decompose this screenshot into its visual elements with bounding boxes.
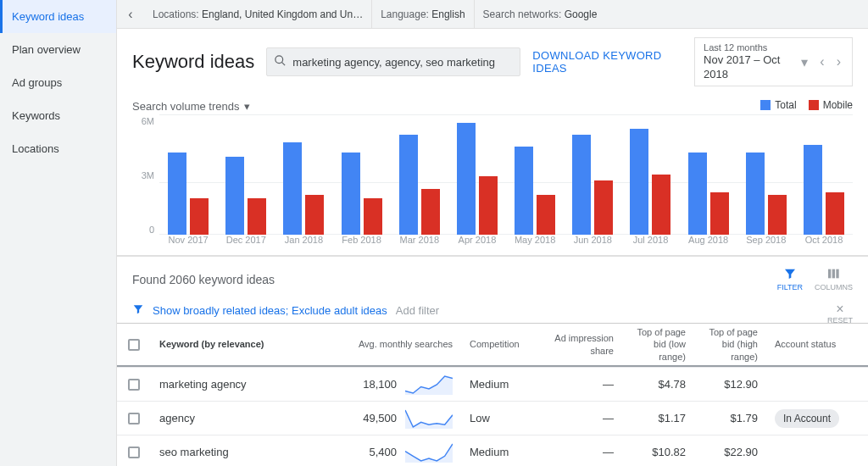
date-range-value: Nov 2017 – Oct 2018 bbox=[704, 53, 792, 82]
filter-label: FILTER bbox=[777, 283, 803, 291]
legend-total: Total bbox=[775, 99, 796, 111]
close-icon: × bbox=[827, 302, 853, 316]
language-value: English bbox=[431, 8, 465, 20]
download-keyword-ideas-button[interactable]: DOWNLOAD KEYWORD IDEAS bbox=[532, 49, 682, 75]
columns-button[interactable]: COLUMNS bbox=[815, 267, 853, 291]
svg-rect-4 bbox=[837, 269, 839, 279]
cell-bid-high: $12.90 bbox=[694, 378, 766, 391]
cell-keyword: seo marketing bbox=[151, 446, 334, 458]
networks-label: Search networks: bbox=[483, 8, 562, 20]
sidebar-item-keywords[interactable]: Keywords bbox=[0, 99, 116, 132]
back-chevron-icon[interactable]: ‹ bbox=[117, 7, 144, 22]
trends-label: Search volume trends bbox=[132, 100, 239, 113]
svg-rect-2 bbox=[828, 269, 831, 279]
cell-competition: Medium bbox=[461, 378, 537, 391]
svg-line-1 bbox=[281, 62, 285, 65]
svg-point-0 bbox=[275, 56, 283, 64]
funnel-icon bbox=[777, 267, 803, 283]
legend-mobile: Mobile bbox=[823, 99, 853, 111]
table-header-row: Keyword (by relevance) Avg. monthly sear… bbox=[117, 323, 868, 367]
col-account-status[interactable]: Account status bbox=[766, 338, 868, 350]
cell-competition: Medium bbox=[461, 446, 537, 458]
date-prev-icon[interactable]: ‹ bbox=[817, 54, 826, 69]
col-avg-monthly-searches[interactable]: Avg. monthly searches bbox=[334, 338, 461, 350]
select-all-checkbox[interactable] bbox=[128, 339, 140, 351]
sidebar-item-ad-groups[interactable]: Ad groups bbox=[0, 66, 116, 99]
networks-value: Google bbox=[565, 8, 598, 20]
row-checkbox[interactable] bbox=[128, 413, 140, 424]
funnel-icon bbox=[132, 303, 144, 318]
chart-plot: Nov 2017Dec 2017Jan 2018Feb 2018Mar 2018… bbox=[159, 114, 853, 250]
top-context-bar: ‹ Locations: England, United Kingdom and… bbox=[117, 0, 868, 29]
chart-legend: Total Mobile bbox=[760, 99, 853, 111]
filter-chip[interactable]: Show broadly related ideas; Exclude adul… bbox=[153, 304, 387, 317]
cell-impression-share: — bbox=[537, 378, 622, 391]
search-icon bbox=[267, 54, 292, 69]
cell-avg-monthly-searches: 18,100 bbox=[334, 374, 461, 395]
keyword-table: Keyword (by relevance) Avg. monthly sear… bbox=[117, 323, 868, 466]
sidebar-item-locations[interactable]: Locations bbox=[0, 132, 116, 165]
filter-button[interactable]: FILTER bbox=[777, 267, 803, 291]
cell-keyword: agency bbox=[151, 412, 334, 424]
cell-impression-share: — bbox=[537, 446, 622, 458]
in-account-badge: In Account bbox=[775, 409, 839, 428]
locations-value: England, United Kingdom and Un… bbox=[202, 8, 363, 20]
chart-y-axis: 6M3M0 bbox=[132, 114, 159, 250]
row-checkbox[interactable] bbox=[128, 447, 140, 458]
cell-bid-low: $4.78 bbox=[622, 378, 694, 391]
cell-bid-high: $1.79 bbox=[694, 412, 766, 424]
language-label: Language: bbox=[381, 8, 429, 20]
cell-account-status: In Account bbox=[766, 409, 868, 428]
caret-down-icon: ▾ bbox=[244, 100, 250, 113]
locations-label: Locations: bbox=[153, 8, 199, 20]
table-row[interactable]: agency49,500Low—$1.17$1.79In Account bbox=[117, 401, 868, 435]
columns-icon bbox=[815, 267, 853, 283]
reset-filters-button[interactable]: × RESET bbox=[827, 302, 853, 325]
page-header: Keyword ideas DOWNLOAD KEYWORD IDEAS Las… bbox=[117, 29, 868, 95]
dropdown-caret-icon[interactable]: ▾ bbox=[798, 54, 810, 70]
date-range-label: Last 12 months bbox=[704, 42, 792, 53]
search-volume-chart: Total Mobile 6M3M0 Nov 2017Dec 2017Jan 2… bbox=[132, 114, 853, 250]
cell-avg-monthly-searches: 5,400 bbox=[334, 442, 461, 463]
trends-dropdown[interactable]: Search volume trends ▾ bbox=[132, 95, 250, 114]
sidebar-item-keyword-ideas[interactable]: Keyword ideas bbox=[0, 0, 116, 33]
date-range-picker[interactable]: Last 12 months Nov 2017 – Oct 2018 ▾ ‹ › bbox=[694, 37, 853, 86]
sidebar: Keyword ideasPlan overviewAd groupsKeywo… bbox=[0, 0, 117, 466]
networks-crumb[interactable]: Search networks: Google bbox=[475, 0, 606, 29]
cell-impression-share: — bbox=[537, 412, 622, 424]
language-crumb[interactable]: Language: English bbox=[372, 0, 474, 29]
sidebar-item-plan-overview[interactable]: Plan overview bbox=[0, 33, 116, 66]
table-row[interactable]: seo marketing5,400Medium—$10.82$22.90 bbox=[117, 435, 868, 466]
col-bid-low[interactable]: Top of page bid (low range) bbox=[622, 326, 694, 363]
cell-bid-high: $22.90 bbox=[694, 446, 766, 458]
page-title: Keyword ideas bbox=[132, 51, 254, 73]
cell-avg-monthly-searches: 49,500 bbox=[334, 408, 461, 429]
col-competition[interactable]: Competition bbox=[461, 338, 537, 350]
keyword-search-box[interactable] bbox=[266, 47, 520, 76]
col-bid-high[interactable]: Top of page bid (high range) bbox=[694, 326, 766, 363]
columns-label: COLUMNS bbox=[815, 283, 853, 291]
cell-bid-low: $1.17 bbox=[622, 412, 694, 424]
date-next-icon[interactable]: › bbox=[834, 54, 843, 69]
col-keyword[interactable]: Keyword (by relevance) bbox=[151, 338, 334, 350]
chart-x-axis: Nov 2017Dec 2017Jan 2018Feb 2018Mar 2018… bbox=[159, 235, 853, 250]
keyword-search-input[interactable] bbox=[292, 56, 520, 69]
cell-bid-low: $10.82 bbox=[622, 446, 694, 458]
locations-crumb[interactable]: Locations: England, United Kingdom and U… bbox=[144, 0, 372, 29]
row-checkbox[interactable] bbox=[128, 379, 140, 391]
svg-rect-3 bbox=[832, 269, 835, 279]
results-count-text: Found 2060 keyword ideas bbox=[132, 273, 275, 286]
active-filters-bar: Show broadly related ideas; Exclude adul… bbox=[117, 298, 868, 323]
col-impression-share[interactable]: Ad impression share bbox=[537, 332, 622, 357]
add-filter-button[interactable]: Add filter bbox=[396, 304, 439, 317]
cell-competition: Low bbox=[461, 412, 537, 424]
cell-keyword: marketing agency bbox=[151, 378, 334, 391]
table-row[interactable]: marketing agency18,100Medium—$4.78$12.90 bbox=[117, 367, 868, 401]
